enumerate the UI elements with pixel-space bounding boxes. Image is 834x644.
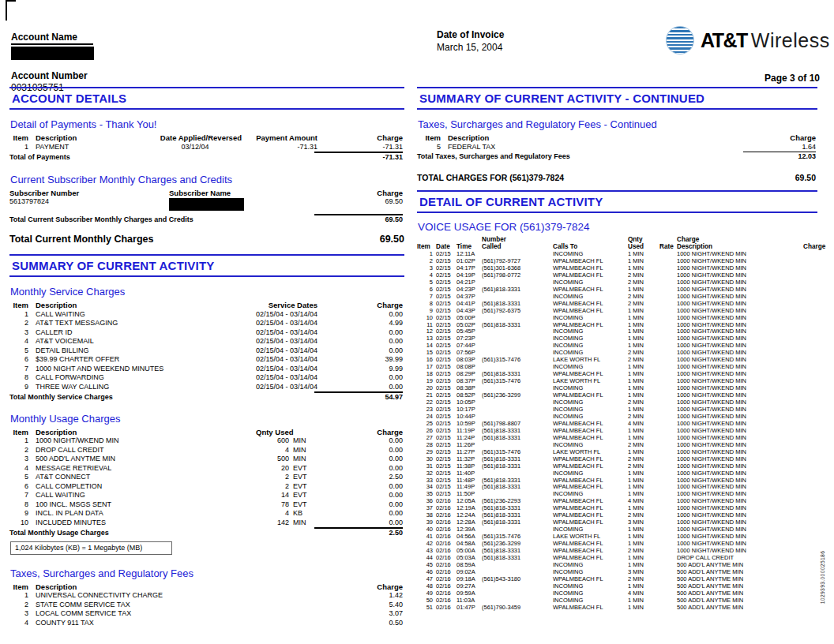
service-charge: 0.00: [317, 373, 404, 383]
usage-unit: EVT: [289, 464, 317, 474]
col-date-applied: Date Applied/Reversed: [148, 133, 242, 143]
voice-row: 10 02/15 05:00P INCOMING 1 MIN 1000 NIGH…: [417, 315, 817, 322]
tax-desc: STATE COMM SERVICE TAX: [28, 601, 317, 610]
usage-item: 4: [9, 464, 28, 474]
call-rate: [659, 449, 677, 456]
call-rate: [659, 477, 677, 485]
call-charge: [803, 294, 817, 301]
service-item: 2: [9, 319, 28, 328]
subscriber-rows: 5613797824 69.50: [9, 197, 404, 214]
voice-row: 8 02/15 04:41P (561)818-3331 WPALMBEACH …: [417, 301, 817, 308]
voice-row: 17 02/15 08:08P INCOMING 1 MIN 1000 NIGH…: [417, 364, 817, 371]
call-rate: [659, 251, 677, 258]
call-charge: [803, 392, 817, 399]
voice-row: 49 02/16 09:59A INCOMING 4 MIN 500 ADD'L…: [417, 590, 817, 597]
voice-row: 22 02/15 10:05P INCOMING 2 MIN 1000 NIGH…: [417, 399, 817, 406]
usage-unit: EVT: [289, 473, 317, 482]
call-charge: [803, 328, 817, 335]
total-charges-value: 69.50: [795, 173, 817, 182]
service-desc: CALL WAITING: [28, 310, 205, 320]
col-description: Description: [28, 428, 256, 437]
usage-qty: 4: [256, 446, 289, 455]
payment-amount: -71.31: [242, 143, 317, 152]
usage-item: 8: [9, 500, 28, 510]
call-rate: [659, 491, 677, 498]
service-row: 1 CALL WAITING 02/15/04 - 03/14/04 0.00: [9, 310, 404, 320]
voice-row: 15 02/15 07:56P INCOMING 2 MIN 1000 NIGH…: [417, 350, 817, 357]
call-rate: [659, 421, 677, 428]
tax-row: 4 COUNTY 911 TAX 0.50: [9, 619, 404, 628]
service-charge: 39.99: [317, 355, 404, 365]
account-header: Account Name Account Number 0031035751: [11, 29, 94, 93]
col-description: Description: [28, 301, 205, 310]
service-desc: 1000 NIGHT AND WEEKEND MINUTES: [28, 365, 205, 374]
call-charge: [803, 555, 817, 562]
call-charge: [803, 569, 817, 576]
call-rate: [659, 301, 677, 308]
call-charge: [803, 590, 817, 597]
service-charge: 0.00: [317, 328, 404, 338]
usage-charge: 0.00: [317, 500, 404, 510]
col-item: Item: [9, 133, 28, 143]
hdr-charge-top: Charge: [677, 236, 803, 243]
usage-charge: 0.00: [317, 509, 404, 519]
tax-item: 3: [9, 609, 28, 619]
redacted-subscriber-name: [169, 198, 244, 211]
brand-att: AT&T: [701, 29, 747, 51]
call-charge: [803, 406, 817, 414]
call-rate: [659, 569, 677, 576]
taxes-cont-title: Taxes, Surcharges and Regulatory Fees - …: [418, 118, 817, 130]
voice-row: 50 02/16 11:03A INCOMING 1 MIN 500 ADD'L…: [417, 597, 817, 605]
usage-desc: 100 INCL. MSGS SENT: [28, 500, 256, 510]
call-number-called: (561)818-3331: [482, 555, 553, 562]
call-rate: [659, 399, 677, 406]
call-number-called: [482, 335, 553, 343]
subscriber-charge: 69.50: [317, 197, 404, 214]
call-charge: [803, 526, 817, 534]
call-number-called: (561)315-7476: [482, 357, 553, 364]
subscriber-total-label: Total Current Subscriber Monthly Charges…: [9, 215, 317, 225]
taxes-header-row: Item Description Charge: [9, 582, 404, 592]
call-rate: [659, 350, 677, 357]
call-charge: [803, 576, 817, 583]
call-rate: [659, 286, 677, 294]
voice-row: 36 02/16 12:05A (561)236-2293 WPALMBEACH…: [417, 498, 817, 505]
call-charge: [803, 428, 817, 435]
usage-qty: 4: [256, 509, 289, 519]
taxes-table: Item Description Charge 1 UNIVERSAL CONN…: [9, 582, 404, 628]
usage-desc: CALL COMPLETION: [28, 482, 256, 492]
call-rate: [659, 322, 677, 329]
service-dates: 02/15/04 - 03/14/04: [205, 310, 317, 320]
usage-charges-table: Item Description Qnty Used Charge 1 1000…: [9, 428, 404, 538]
hdr-rate: Rate: [659, 243, 677, 252]
usage-qty: 142: [256, 519, 289, 528]
taxes-cont-rows: 5 FEDERAL TAX 1.64: [417, 143, 817, 152]
service-desc: AT&T VOICEMAIL: [28, 337, 205, 346]
voice-row: 2 02/15 01:02P (561)792-9727 WPALMBEACH …: [417, 258, 817, 265]
service-total-row: Total Monthly Service Charges 54.97: [9, 393, 404, 402]
col-service-dates: Service Dates: [205, 301, 317, 310]
usage-rows: 1 1000 NIGHT/WKEND MIN 600 MIN 0.00 2 DR…: [9, 436, 404, 527]
usage-row: 5 AT&T CONNECT 2 EVT 2.50: [9, 473, 404, 482]
hdr-called: Called: [482, 243, 553, 252]
tax-item: 5: [417, 143, 441, 152]
usage-total-label: Total Monthly Usage Charges: [9, 529, 317, 538]
hdr-charge: Charge: [803, 243, 828, 252]
call-rate: [659, 562, 677, 569]
att-globe-icon: [666, 26, 694, 54]
call-rate: [659, 505, 677, 512]
call-number-called: (561)818-3331: [482, 519, 553, 526]
service-charges-title: Monthly Service Charges: [10, 286, 404, 298]
call-charge: [803, 385, 817, 392]
call-rate: [659, 294, 677, 301]
usage-unit: KB: [289, 509, 317, 519]
voice-row: 19 02/15 08:37P (561)315-7476 LAKE WORTH…: [417, 378, 817, 385]
call-number-called: [482, 562, 553, 569]
service-desc: $39.99 CHARTER OFFER: [28, 355, 205, 365]
call-number-called: [482, 399, 553, 406]
voice-row: 35 02/15 11:50P INCOMING 1 MIN 1000 NIGH…: [417, 491, 817, 498]
voice-row: 39 02/16 12:28A (561)818-3331 WPALMBEACH…: [417, 519, 817, 526]
call-charge: [803, 463, 817, 470]
tax-row: 2 STATE COMM SERVICE TAX 5.40: [9, 601, 404, 610]
usage-item: 5: [9, 473, 28, 482]
